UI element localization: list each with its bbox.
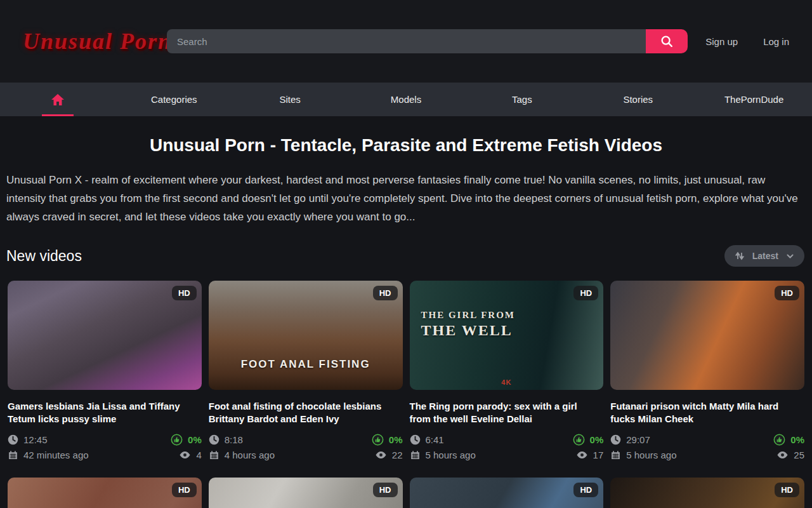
- video-thumbnail[interactable]: HD: [8, 478, 202, 508]
- video-age: 5 hours ago: [610, 450, 676, 460]
- video-title[interactable]: Gamers lesbians Jia Lissa and Tiffany Te…: [8, 400, 202, 425]
- hd-badge: HD: [373, 483, 398, 497]
- video-rating: 0%: [171, 434, 202, 446]
- video-meta-row: 6:41 0%: [410, 432, 604, 447]
- nav-item-theporndude[interactable]: ThePornDude: [696, 83, 812, 116]
- nav-item-categories[interactable]: Categories: [116, 83, 232, 116]
- video-thumbnail[interactable]: FOOT ANAL FISTING HD: [209, 281, 403, 390]
- thumbs-up-icon: [171, 434, 183, 446]
- header: Unusual Porn Sign up Log in: [0, 0, 812, 83]
- hd-badge: HD: [573, 483, 598, 497]
- video-card[interactable]: FOOT ANAL FISTING HD Foot anal fisting o…: [209, 281, 403, 462]
- login-link[interactable]: Log in: [763, 36, 789, 47]
- clock-icon: [410, 434, 421, 445]
- video-views: 25: [776, 449, 804, 461]
- search-input[interactable]: [167, 29, 646, 53]
- auth-links: Sign up Log in: [705, 36, 789, 47]
- eye-icon: [179, 449, 191, 461]
- chevron-down-icon: [786, 252, 794, 260]
- thumbnail-caption: THE GIRL FROM THE WELL: [421, 310, 516, 339]
- calendar-icon: [610, 450, 621, 460]
- video-duration: 6:41: [410, 434, 444, 445]
- calendar-icon: [209, 450, 219, 460]
- video-thumbnail[interactable]: THE GIRL FROM THE WELL 4K HD: [410, 281, 604, 390]
- active-tab-underline: [42, 114, 74, 116]
- hd-badge: HD: [775, 286, 799, 300]
- sort-label: Latest: [752, 251, 778, 261]
- video-duration: 8:18: [209, 434, 243, 445]
- video-meta-row: 5 hours ago 25: [610, 447, 804, 462]
- calendar-icon: [8, 450, 18, 460]
- hd-badge: HD: [775, 483, 799, 497]
- video-title[interactable]: The Ring porn parody: sex with a girl fr…: [410, 400, 604, 425]
- eye-icon: [375, 449, 387, 461]
- eye-icon: [776, 449, 789, 461]
- home-icon: [50, 92, 65, 107]
- video-age: 42 minutes ago: [8, 450, 89, 460]
- video-views: 4: [179, 449, 201, 461]
- thumbnail-caption: FOOT ANAL FISTING: [209, 358, 403, 371]
- video-thumbnail[interactable]: HD: [8, 281, 202, 390]
- thumbnail-quality-tag: 4K: [410, 378, 604, 386]
- video-age: 4 hours ago: [209, 450, 275, 460]
- video-grid: HD HD HD HD: [0, 478, 812, 508]
- video-title[interactable]: Futanari prison witch Matty Mila hard fu…: [610, 400, 804, 425]
- clock-icon: [610, 434, 621, 445]
- video-card[interactable]: HD: [410, 478, 604, 508]
- video-views: 22: [375, 449, 403, 461]
- main-nav: Categories Sites Models Tags Stories The…: [0, 83, 812, 116]
- video-grid: HD Gamers lesbians Jia Lissa and Tiffany…: [0, 281, 812, 462]
- video-thumbnail[interactable]: HD: [209, 478, 403, 508]
- clock-icon: [209, 434, 219, 445]
- video-card[interactable]: HD: [610, 478, 804, 508]
- nav-item-sites[interactable]: Sites: [232, 83, 348, 116]
- search-button[interactable]: [646, 29, 688, 53]
- hd-badge: HD: [573, 286, 598, 300]
- video-duration: 29:07: [610, 434, 650, 445]
- sort-dropdown[interactable]: Latest: [724, 245, 804, 267]
- video-thumbnail[interactable]: HD: [410, 478, 604, 508]
- video-age: 5 hours ago: [410, 450, 476, 460]
- hd-badge: HD: [373, 286, 398, 300]
- video-meta-row: 8:18 0%: [209, 432, 403, 447]
- video-meta-row: 42 minutes ago 4: [8, 447, 202, 462]
- clock-icon: [8, 434, 18, 445]
- nav-item-models[interactable]: Models: [348, 83, 464, 116]
- video-rating: 0%: [372, 434, 403, 446]
- video-card[interactable]: HD Futanari prison witch Matty Mila hard…: [610, 281, 804, 462]
- thumbs-up-icon: [773, 434, 785, 446]
- video-meta-row: 12:45 0%: [8, 432, 202, 447]
- video-card[interactable]: THE GIRL FROM THE WELL 4K HD The Ring po…: [410, 281, 604, 462]
- signup-link[interactable]: Sign up: [705, 36, 738, 47]
- nav-item-tags[interactable]: Tags: [464, 83, 580, 116]
- video-duration: 12:45: [8, 434, 48, 445]
- video-meta-row: 29:07 0%: [610, 432, 804, 447]
- search-bar: [167, 29, 688, 53]
- thumbs-up-icon: [573, 434, 585, 446]
- video-meta-row: 5 hours ago 17: [410, 447, 604, 462]
- video-title[interactable]: Foot anal fisting of chocolate lesbians …: [209, 400, 403, 425]
- video-meta-row: 4 hours ago 22: [209, 447, 403, 462]
- video-card[interactable]: HD Gamers lesbians Jia Lissa and Tiffany…: [8, 281, 202, 462]
- hd-badge: HD: [172, 286, 197, 300]
- hd-badge: HD: [172, 483, 197, 497]
- video-rating: 0%: [773, 434, 804, 446]
- video-thumbnail[interactable]: HD: [610, 478, 804, 508]
- sort-arrows-icon: [735, 251, 745, 261]
- nav-item-stories[interactable]: Stories: [580, 83, 696, 116]
- nav-item-home[interactable]: [0, 83, 116, 116]
- video-card[interactable]: HD: [209, 478, 403, 508]
- section-title: New videos: [6, 248, 82, 265]
- page-title: Unusual Porn - Tentacle, Parasite and Ex…: [0, 135, 812, 156]
- video-card[interactable]: HD: [8, 478, 202, 508]
- page-description: Unusual Porn X - realm of excitement whe…: [0, 171, 812, 226]
- video-rating: 0%: [573, 434, 604, 446]
- section-header: New videos Latest: [6, 245, 804, 267]
- search-icon: [660, 34, 674, 48]
- video-views: 17: [576, 449, 604, 461]
- site-logo[interactable]: Unusual Porn: [23, 28, 147, 55]
- thumbs-up-icon: [372, 434, 384, 446]
- calendar-icon: [410, 450, 421, 460]
- eye-icon: [576, 449, 588, 461]
- video-thumbnail[interactable]: HD: [610, 281, 804, 390]
